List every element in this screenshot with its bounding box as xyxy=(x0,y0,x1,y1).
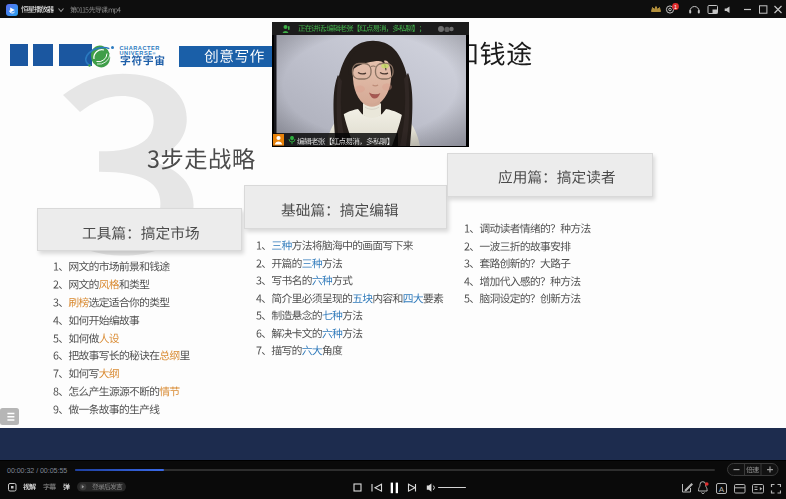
svg-text:1: 1 xyxy=(674,4,677,10)
svg-text:A: A xyxy=(719,485,725,494)
